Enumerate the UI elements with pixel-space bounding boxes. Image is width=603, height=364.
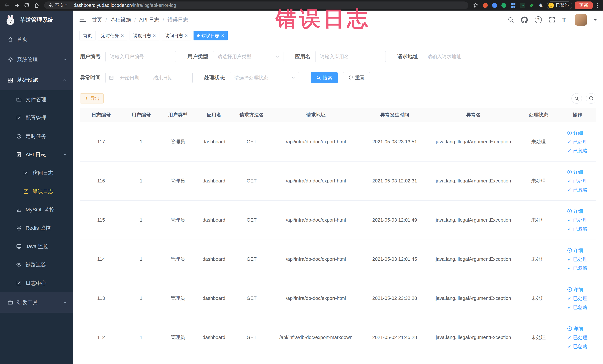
mark-processed-link[interactable]: ✓已处理 (568, 137, 587, 146)
sidebar-item-dev-tools[interactable]: 研发工具 (0, 292, 73, 313)
detail-link[interactable]: 详细 (568, 285, 587, 294)
process-status-select[interactable] (230, 72, 299, 83)
user-id-input[interactable] (105, 51, 176, 62)
github-icon[interactable] (521, 16, 528, 23)
date-range-picker[interactable]: - (105, 72, 193, 83)
mark-ignored-link[interactable]: ✓已忽略 (568, 264, 587, 273)
detail-link[interactable]: 详细 (568, 324, 587, 333)
tab-close-icon[interactable]: × (221, 33, 224, 38)
extension-icon[interactable] (500, 2, 507, 9)
filter-row-1: 用户编号 用户类型 应用名 请求地址 (80, 51, 596, 62)
mark-ignored-link[interactable]: ✓已忽略 (568, 146, 587, 155)
tab-error-log[interactable]: 错误日志× (194, 31, 228, 40)
detail-link[interactable]: 详细 (568, 129, 587, 137)
browser-back-icon[interactable] (3, 2, 10, 9)
security-warning[interactable]: 不安全 (48, 2, 68, 8)
mark-ignored-link[interactable]: ✓已忽略 (568, 186, 587, 194)
date-start-input[interactable] (115, 75, 144, 81)
mark-processed-link[interactable]: ✓已处理 (568, 216, 587, 224)
tab-scheduled-task[interactable]: 定时任务× (98, 31, 127, 40)
detail-link[interactable]: 详细 (568, 246, 587, 255)
chevron-down-icon (63, 300, 67, 305)
browser-menu-icon[interactable] (595, 3, 600, 8)
fullscreen-icon[interactable] (549, 17, 555, 23)
browser-home-icon[interactable] (33, 2, 40, 9)
mark-processed-link[interactable]: ✓已处理 (568, 255, 587, 264)
cell-status: 未处理 (518, 318, 558, 357)
toggle-search-button[interactable] (571, 93, 582, 104)
request-url-input[interactable] (423, 51, 493, 62)
breadcrumb-api-logs[interactable]: API 日志 (139, 16, 159, 23)
tab-schedule-log[interactable]: 调度日志× (129, 31, 159, 40)
breadcrumb-infrastructure[interactable]: 基础设施 (110, 16, 131, 23)
url-bar[interactable]: 不安全 dashboard.yudao.iocoder.cn/infra/log… (44, 1, 468, 9)
mark-processed-link[interactable]: ✓已处理 (568, 333, 587, 342)
search-icon[interactable] (508, 17, 514, 23)
extension-icon[interactable] (510, 2, 516, 9)
tab-close-icon[interactable]: × (153, 33, 156, 38)
mark-ignored-link[interactable]: ✓已忽略 (568, 303, 587, 312)
hamburger-icon[interactable] (80, 17, 86, 23)
sidebar-item-mysql-monitor[interactable]: MySQL 监控 (0, 200, 73, 219)
profile-paused-badge[interactable]: 已暂停 (547, 1, 572, 9)
sidebar-item-system-mgmt[interactable]: 系统管理 (0, 49, 73, 70)
reset-button[interactable]: 重置 (343, 72, 370, 83)
mark-ignored-link[interactable]: ✓已忽略 (568, 224, 587, 234)
export-button[interactable]: 导出 (80, 94, 104, 104)
sidebar-item-scheduled-tasks[interactable]: 定时任务 (0, 127, 73, 145)
user-type-select[interactable] (213, 51, 283, 62)
extension-icon[interactable]: on (519, 2, 526, 9)
sidebar-item-tracing[interactable]: 链路追踪 (0, 256, 73, 274)
sidebar-item-access-log[interactable]: 访问日志 (0, 164, 73, 182)
edit-icon (16, 280, 22, 286)
sidebar-item-infrastructure[interactable]: 基础设施 (0, 70, 73, 90)
sidebar-item-api-logs[interactable]: API 日志 (0, 145, 73, 164)
document-icon (16, 152, 22, 158)
sidebar-item-config-mgmt[interactable]: 配置管理 (0, 109, 73, 127)
extension-icon[interactable] (491, 2, 498, 9)
browser-reload-icon[interactable] (23, 2, 30, 9)
extension-icon[interactable] (482, 2, 489, 9)
sidebar-item-file-mgmt[interactable]: 文件管理 (0, 90, 73, 109)
mark-processed-link[interactable]: ✓已处理 (568, 294, 587, 303)
breadcrumb-home[interactable]: 首页 (92, 16, 102, 23)
search-button[interactable]: 搜索 (311, 72, 338, 83)
tab-access-log[interactable]: 访问日志× (162, 31, 191, 40)
warning-triangle-icon (48, 3, 53, 8)
cell-time: 2021-05-03 12:01:45 (361, 240, 429, 279)
caret-down-icon[interactable] (594, 19, 597, 22)
date-end-input[interactable] (149, 75, 177, 81)
detail-link[interactable]: 详细 (568, 168, 587, 176)
sidebar-item-home[interactable]: 首页 (0, 29, 73, 49)
help-icon[interactable]: ? (535, 16, 542, 23)
chrome-update-button[interactable]: 更新 (575, 1, 593, 9)
knight-extension-glyph: ♞ (538, 3, 544, 8)
user-avatar[interactable] (575, 14, 587, 26)
bookmark-star-icon[interactable] (472, 2, 479, 9)
sidebar-item-java-monitor[interactable]: Java 监控 (0, 237, 73, 256)
browser-forward-icon[interactable] (13, 2, 20, 9)
mark-processed-link[interactable]: ✓已处理 (568, 176, 587, 186)
tab-close-icon[interactable]: × (121, 33, 124, 38)
action-label: 详细 (573, 207, 583, 216)
cell-user-id: 1 (122, 318, 160, 357)
security-label: 不安全 (55, 2, 68, 8)
extension-icon[interactable] (528, 2, 535, 9)
refresh-table-button[interactable] (586, 93, 596, 104)
cell-user-id: 1 (122, 122, 160, 161)
sidebar-item-error-log[interactable]: 错误日志 (0, 182, 73, 200)
tab-home[interactable]: 首页 (80, 31, 95, 40)
cell-time: 2021-05-03 12:02:31 (361, 161, 429, 200)
app-name-input[interactable] (315, 51, 386, 62)
column-url: 请求地址 (271, 108, 361, 122)
cell-status: 未处理 (518, 279, 558, 318)
sidebar-item-redis-monitor[interactable]: Redis 监控 (0, 219, 73, 237)
mark-ignored-link[interactable]: ✓已忽略 (568, 342, 587, 351)
font-size-icon[interactable]: TT (562, 17, 568, 23)
tab-close-icon[interactable]: × (185, 33, 188, 38)
column-user-type: 用户类型 (160, 108, 196, 122)
action-label: 已忽略 (573, 264, 587, 273)
sidebar-item-log-center[interactable]: 日志中心 (0, 274, 73, 292)
extension-icon[interactable]: ♞ (538, 2, 544, 9)
detail-link[interactable]: 详细 (568, 207, 587, 216)
